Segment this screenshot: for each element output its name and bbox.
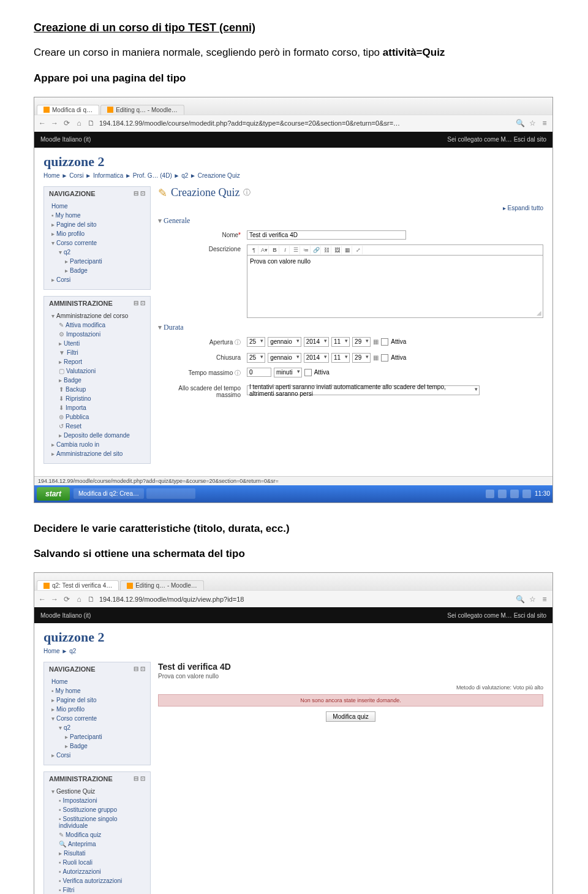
help-icon[interactable]: ⓘ	[235, 339, 241, 346]
checkbox-attiva[interactable]	[381, 354, 388, 362]
menu-icon[interactable]: ≡	[540, 119, 549, 127]
block-controls-icon[interactable]: ⊟ ⊡	[134, 665, 145, 673]
breadcrumb[interactable]: Home ► q2	[43, 648, 543, 654]
admin-item[interactable]: 🔍Anteprima	[49, 839, 145, 849]
url-text[interactable]: 194.184.12.99/moodle/mod/quiz/view.php?i…	[99, 596, 512, 603]
home-icon[interactable]: ⌂	[75, 119, 83, 127]
nav-item[interactable]: ▾q2	[49, 248, 145, 257]
admin-item[interactable]: ▪Autorizzazioni	[49, 867, 145, 876]
menu-icon[interactable]: ≡	[540, 595, 549, 604]
reload-icon[interactable]: ⟳	[62, 119, 71, 127]
font-icon[interactable]: A▾	[260, 246, 269, 254]
select-month[interactable]: gennaio	[268, 353, 301, 363]
taskbar-item[interactable]: Modifica di q2: Crea…	[74, 488, 144, 499]
tray-icon[interactable]	[522, 490, 531, 498]
admin-item[interactable]: ▪Sostituzione gruppo	[49, 805, 145, 814]
breadcrumb[interactable]: Home ► Corsi ► Informatica ► Prof. G… (4…	[43, 172, 543, 179]
nav-item[interactable]: ▾Corso corrente	[49, 714, 145, 723]
checkbox-attiva[interactable]	[381, 338, 388, 346]
select-scadere[interactable]: I tentativi aperti saranno inviati autom…	[247, 385, 480, 395]
resize-icon[interactable]: ◢	[537, 309, 541, 316]
nav-item[interactable]: Home	[49, 202, 145, 211]
admin-item[interactable]: ▸Risultati	[49, 849, 145, 858]
nav-item[interactable]: ▸Corsi	[49, 275, 145, 284]
admin-item[interactable]: ▸Report	[49, 357, 145, 366]
expand-all-link[interactable]: ▸ Espandi tutto	[158, 205, 543, 211]
tray-icon[interactable]	[498, 490, 507, 498]
admin-item[interactable]: ▼Filtri	[49, 348, 145, 357]
select-year[interactable]: 2014	[304, 337, 329, 347]
image-icon[interactable]: 🖼	[333, 246, 342, 254]
nav-item[interactable]: ▪My home	[49, 686, 145, 695]
nav-item[interactable]: ▸Mio profilo	[49, 705, 145, 714]
forward-icon[interactable]: →	[50, 119, 59, 127]
admin-item[interactable]: ▸Deposito delle domande	[49, 431, 145, 440]
admin-item[interactable]: ▪Filtri	[49, 885, 145, 894]
admin-item[interactable]: ▢Valutazioni	[49, 366, 145, 376]
admin-item[interactable]: ⬇Ripristino	[49, 394, 145, 403]
select-hour[interactable]: 11	[331, 353, 350, 363]
browser-tab-1[interactable]: q2: Test di verifica 4…	[37, 580, 119, 590]
input-tempo[interactable]	[247, 368, 271, 377]
back-icon[interactable]: ←	[38, 595, 47, 604]
admin-item[interactable]: ⬆Backup	[49, 385, 145, 394]
tray-icon[interactable]	[510, 490, 519, 498]
nav-item[interactable]: ▸Badge	[49, 741, 145, 751]
section-generale[interactable]: ▾ Generale	[158, 216, 543, 225]
nav-item[interactable]: ▸Corsi	[49, 751, 145, 760]
admin-item[interactable]: ▸Amministrazione del sito	[49, 449, 145, 458]
browser-tab-2[interactable]: Editing q… - Moodle…	[120, 580, 204, 590]
calendar-icon[interactable]: ▦	[373, 354, 379, 361]
nav-item[interactable]: Home	[49, 677, 145, 686]
editor-toolbar[interactable]: ¶ A▾ B I ☰ ≔ 🔗 ⛓ 🖼 ▦ ⤢	[247, 244, 543, 256]
back-icon[interactable]: ←	[38, 119, 47, 127]
italic-icon[interactable]: I	[281, 246, 290, 254]
nav-item[interactable]: ▸Pagine del sito	[49, 695, 145, 705]
block-controls-icon[interactable]: ⊟ ⊡	[134, 190, 145, 197]
nav-item[interactable]: ▾Corso corrente	[49, 238, 145, 248]
admin-item[interactable]: ▸Cambia ruolo in	[49, 440, 145, 449]
bold-icon[interactable]: B	[271, 246, 279, 254]
nav-item[interactable]: ▸Pagine del sito	[49, 220, 145, 229]
format-icon[interactable]: ¶	[250, 246, 258, 254]
help-icon[interactable]: ⓘ	[243, 188, 251, 198]
url-text[interactable]: 194.184.12.99/moodle/course/modedit.php?…	[99, 119, 512, 127]
admin-item[interactable]: ⚙Impostazioni	[49, 330, 145, 339]
reload-icon[interactable]: ⟳	[62, 595, 71, 604]
expand-icon[interactable]: ⤢	[354, 246, 363, 254]
admin-item[interactable]: ▸Badge	[49, 376, 145, 385]
select-day[interactable]: 25	[247, 337, 265, 347]
home-icon[interactable]: ⌂	[75, 595, 83, 604]
help-icon[interactable]: ⓘ	[235, 369, 241, 376]
admin-item[interactable]: ▪Verifica autorizzazioni	[49, 876, 145, 885]
section-durata[interactable]: ▾ Durata	[158, 323, 543, 332]
nav-item[interactable]: ▸Mio profilo	[49, 229, 145, 238]
ol-icon[interactable]: ≔	[302, 246, 311, 254]
nav-item[interactable]: ▪My home	[49, 211, 145, 220]
unlink-icon[interactable]: ⛓	[323, 246, 331, 254]
start-button[interactable]: start	[37, 487, 70, 501]
editor-body[interactable]: Prova con valore nullo◢	[247, 256, 543, 318]
select-year[interactable]: 2014	[304, 353, 329, 363]
select-min[interactable]: 29	[352, 353, 371, 363]
admin-item[interactable]: ▪Ruoli locali	[49, 858, 145, 867]
admin-item[interactable]: ⊚Pubblica	[49, 412, 145, 422]
modifica-quiz-button[interactable]: Modifica quiz	[326, 711, 375, 722]
admin-item[interactable]: ✎Modifica quiz	[49, 830, 145, 839]
tray-icon[interactable]	[486, 490, 494, 498]
admin-item[interactable]: ▪Impostazioni	[49, 796, 145, 805]
nav-item[interactable]: ▸Partecipanti	[49, 732, 145, 741]
block-controls-icon[interactable]: ⊟ ⊡	[134, 775, 145, 782]
taskbar-item[interactable]	[146, 488, 195, 499]
input-nome[interactable]	[247, 230, 406, 240]
admin-item[interactable]: ▸Utenti	[49, 339, 145, 348]
block-controls-icon[interactable]: ⊟ ⊡	[134, 300, 145, 307]
admin-item[interactable]: ▪Sostituzione singolo individuale	[49, 814, 145, 830]
select-day[interactable]: 25	[247, 353, 265, 363]
select-min[interactable]: 29	[352, 337, 371, 347]
browser-tab-2[interactable]: Editing q… - Moodle…	[100, 105, 184, 115]
select-unit[interactable]: minuti	[274, 368, 302, 377]
browser-tab-1[interactable]: Modifica di q…	[37, 105, 99, 115]
calendar-icon[interactable]: ▦	[373, 338, 379, 345]
admin-item[interactable]: ⬇Importa	[49, 403, 145, 412]
